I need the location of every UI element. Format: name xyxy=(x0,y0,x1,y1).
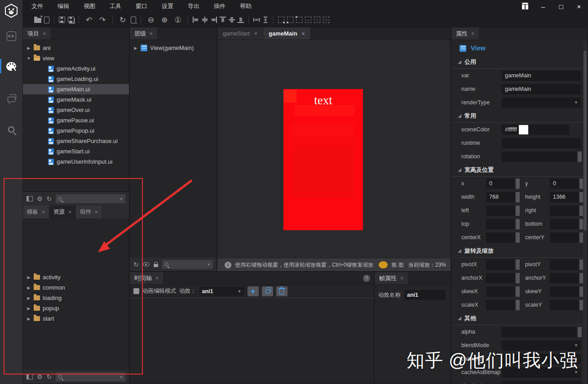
stage-view[interactable]: text xyxy=(283,89,363,230)
stepper-handle[interactable] xyxy=(516,179,520,189)
delete-effect-button[interactable] xyxy=(276,286,287,296)
maximize-button[interactable]: □ xyxy=(552,0,570,13)
property-input[interactable]: ▼ xyxy=(502,138,581,148)
panel-layout-icon[interactable] xyxy=(27,374,33,380)
property-input[interactable]: ▼ xyxy=(550,219,579,229)
stepper-handle[interactable] xyxy=(578,152,582,162)
tree-item[interactable]: ▶ start xyxy=(23,313,129,324)
property-input[interactable]: 768▼ xyxy=(486,192,515,202)
menu-item[interactable]: 插件 xyxy=(208,0,232,12)
expand-arrow[interactable]: ▶ xyxy=(27,306,31,311)
layaair-logo-icon[interactable] xyxy=(0,3,22,19)
close-icon[interactable]: × xyxy=(302,31,305,37)
section-header[interactable]: 常用 xyxy=(451,109,588,123)
property-input[interactable]: ▼ xyxy=(486,286,515,297)
stepper-handle[interactable] xyxy=(578,327,582,337)
section-header[interactable]: 其他 xyxy=(451,312,588,325)
close-icon[interactable]: × xyxy=(150,31,153,37)
gift-icon[interactable] xyxy=(516,0,534,13)
save-all-icon[interactable] xyxy=(68,17,74,23)
close-button[interactable]: × xyxy=(570,0,588,13)
close-icon[interactable]: × xyxy=(43,31,46,37)
tab-timeline[interactable]: 时间轴 × xyxy=(130,272,163,284)
effect-dropdown[interactable]: ani1 ▼ xyxy=(199,286,244,296)
fit-height-icon[interactable]: ↕ xyxy=(314,17,320,23)
stepper-handle[interactable] xyxy=(516,219,520,229)
property-input[interactable]: 0▼ xyxy=(486,179,515,189)
assets-tab[interactable]: 资源 × xyxy=(49,205,76,219)
copy-effect-button[interactable] xyxy=(262,286,273,296)
design-view-icon[interactable] xyxy=(0,58,22,75)
property-input[interactable]: ▼ xyxy=(550,286,579,297)
new-file-icon[interactable] xyxy=(44,17,49,23)
eye-icon[interactable] xyxy=(143,262,150,267)
export-file-icon[interactable] xyxy=(131,17,136,23)
open-project-icon[interactable] xyxy=(34,18,41,23)
zoom-out-icon[interactable]: ⊖ xyxy=(146,14,156,25)
tab-hierarchy[interactable]: 层级 × xyxy=(130,27,157,40)
code-view-icon[interactable]: <> xyxy=(0,28,22,44)
property-input[interactable]: ▼ xyxy=(486,219,515,229)
property-input[interactable]: #ffffff▼ xyxy=(502,125,569,135)
close-icon[interactable]: × xyxy=(95,209,98,215)
refresh-icon[interactable]: ↻ xyxy=(47,196,52,202)
help-icon[interactable]: ? xyxy=(363,275,370,282)
stage-child-rect[interactable] xyxy=(292,136,354,147)
tree-item[interactable]: gameSharePurchase.ui xyxy=(23,136,129,146)
undo-icon[interactable]: ↶ xyxy=(84,14,94,25)
stepper-handle[interactable] xyxy=(516,232,520,243)
close-icon[interactable]: × xyxy=(254,31,257,37)
assets-search-input-2[interactable]: × xyxy=(56,372,125,381)
tree-item[interactable]: gameActivity.ui xyxy=(23,63,129,74)
stretch-left-icon[interactable] xyxy=(296,17,302,23)
stepper-handle[interactable] xyxy=(516,205,520,216)
property-input[interactable]: ▼ xyxy=(486,300,515,310)
property-input[interactable]: ▼ xyxy=(486,232,515,243)
menu-item[interactable]: 帮助 xyxy=(234,0,258,12)
lock-icon[interactable] xyxy=(154,264,158,267)
editor-tab[interactable]: gameMain × xyxy=(263,27,311,40)
add-effect-button[interactable]: + xyxy=(248,286,259,296)
menu-item[interactable]: 文件 xyxy=(25,0,49,12)
tree-item[interactable]: ▶ popup xyxy=(23,303,129,313)
align-top-icon[interactable] xyxy=(220,17,226,23)
stage-child-rect[interactable] xyxy=(292,122,354,135)
hierarchy-root-item[interactable]: ▶ View(gameMain) xyxy=(130,43,217,53)
menu-item[interactable]: 视图 xyxy=(77,0,102,12)
search-panel-icon[interactable] xyxy=(0,121,22,138)
stepper-handle[interactable] xyxy=(516,259,520,270)
expand-arrow[interactable]: ▶ xyxy=(27,286,31,290)
align-bottom-icon[interactable] xyxy=(238,17,244,23)
section-header[interactable]: 旋转及缩放 xyxy=(451,244,588,258)
assets-tab[interactable]: 模板 × xyxy=(23,205,49,219)
expand-arrow[interactable]: ▶ xyxy=(27,275,31,280)
align-left-icon[interactable] xyxy=(193,17,199,23)
close-icon[interactable]: × xyxy=(68,209,71,215)
property-input[interactable]: ▼ xyxy=(502,381,581,384)
editor-tab[interactable]: gameStart × xyxy=(217,27,263,40)
align-middle-vertical-icon[interactable] xyxy=(229,17,235,23)
property-input[interactable]: ▼ xyxy=(550,259,579,270)
property-input[interactable]: ▼ xyxy=(486,205,515,216)
close-icon[interactable]: × xyxy=(400,275,403,281)
stepper-handle[interactable] xyxy=(516,192,520,202)
distribute-horizontal-icon[interactable] xyxy=(253,17,260,23)
expand-arrow[interactable]: ▶ xyxy=(27,317,31,321)
menu-item[interactable]: 设置 xyxy=(155,0,180,12)
property-input[interactable]: gameMain▼ xyxy=(502,84,581,94)
tree-item[interactable]: gameUserInfoInput.ui xyxy=(23,156,129,167)
tab-project[interactable]: 项目 × xyxy=(23,27,50,40)
minimize-button[interactable]: – xyxy=(534,0,552,13)
stepper-handle[interactable] xyxy=(516,273,520,283)
color-swatch[interactable] xyxy=(519,125,528,134)
close-icon[interactable]: × xyxy=(471,31,474,37)
property-input[interactable]: 0▼ xyxy=(550,179,579,189)
gear-icon[interactable]: ⚙ xyxy=(37,196,43,202)
refresh-icon[interactable]: ↻ xyxy=(47,374,52,380)
scrollbar-thumb[interactable] xyxy=(584,51,587,231)
expand-arrow[interactable]: ▼ xyxy=(27,56,31,61)
refresh-icon[interactable]: ↻ xyxy=(117,14,128,25)
fit-width-icon[interactable]: ↔ xyxy=(305,17,311,23)
section-header[interactable]: 宽高及位置 xyxy=(451,163,588,177)
save-icon[interactable] xyxy=(59,17,65,23)
